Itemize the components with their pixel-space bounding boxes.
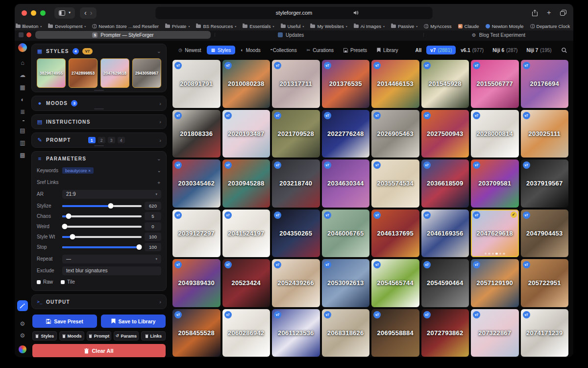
style-card-2034630344[interactable]: v72034630344 [322, 159, 370, 208]
style-card-2027500943[interactable]: v72027500943 [421, 110, 469, 158]
clear-moods-button[interactable]: Moods [59, 331, 84, 341]
moods-section-header[interactable]: ● MOODS 3 › [37, 100, 161, 106]
aspect-ratio-select[interactable]: 21:9 ▾ [62, 190, 161, 199]
style-wt-slider[interactable] [62, 234, 142, 240]
bookmark-newton-store-sed-reseller[interactable]: Newton Store …sed Reseller [92, 24, 159, 29]
model-filter-niji-7[interactable]: Niji 7(195) [522, 46, 555, 54]
settings-gear-icon[interactable]: ⚙ [20, 320, 25, 327]
bookmark-claude[interactable]: ✳Claude [458, 24, 479, 29]
close-window-button[interactable] [22, 10, 27, 16]
style-card-2014466153[interactable]: v72014466153 [371, 60, 419, 108]
minimize-window-button[interactable] [31, 10, 36, 16]
selected-check-icon[interactable]: ✓ [511, 211, 517, 218]
chevron-right-icon[interactable]: › [159, 119, 161, 125]
style-card-20176694[interactable]: v720176694 [521, 60, 569, 108]
clear-styles-button[interactable]: Styles [32, 331, 57, 341]
style-card-200891791[interactable]: v7200891791 [172, 60, 220, 108]
clear-links-button[interactable]: Links [141, 331, 166, 341]
bookmark-private[interactable]: Private▾ [165, 24, 190, 29]
back-button[interactable]: ‹ [84, 9, 87, 16]
app-logo[interactable] [18, 43, 27, 52]
chevron-down-icon[interactable]: ⌄ [157, 156, 161, 162]
resize-grip[interactable] [94, 145, 104, 146]
chevron-right-icon[interactable]: › [159, 101, 161, 106]
style-card-2074171239[interactable]: v72074171239 [521, 309, 569, 357]
preferences-gear-icon[interactable]: ⚙ [20, 332, 25, 339]
style-card-203709581[interactable]: v7203709581 [471, 159, 519, 208]
stylize-slider[interactable] [62, 203, 142, 209]
save-icon[interactable]: ▤ [20, 128, 25, 133]
filter-curations[interactable]: ✂Curations [302, 46, 338, 54]
resize-grip[interactable] [94, 90, 104, 91]
selected-style-thumb[interactable]: 2047629618 [100, 58, 129, 88]
chevron-right-icon[interactable]: › [159, 137, 161, 143]
resize-grip[interactable] [94, 108, 104, 109]
slider-value[interactable]: 100 [145, 233, 161, 241]
prompt-section-header[interactable]: ✎ PROMPT 1234 › [37, 137, 161, 143]
style-card-2022776248[interactable]: v72022776248 [322, 110, 370, 158]
bookmark-bs-resources[interactable]: BS Resources▾ [196, 24, 236, 29]
cloud-upload-icon[interactable]: ☁ [20, 72, 25, 78]
carousel-dots[interactable] [471, 253, 519, 255]
bookmark-passive[interactable]: Passive▾ [391, 24, 417, 29]
slider-thumb[interactable] [137, 244, 142, 250]
style-card-2068318626[interactable]: v72068318626 [322, 309, 370, 357]
prompt-page-2[interactable]: 2 [98, 137, 105, 143]
add-sref-button[interactable]: ＋ [156, 179, 161, 186]
style-card-2052439266[interactable]: v72052439266 [272, 259, 320, 307]
selected-style-thumb[interactable]: 2742899853 [69, 58, 98, 88]
style-card-2030945288[interactable]: v72030945288 [222, 159, 270, 208]
filter-collections[interactable]: Collections [266, 46, 301, 54]
style-card-2035574534[interactable]: v72035574534 [371, 159, 419, 208]
image-icon[interactable]: ▩ [20, 152, 25, 158]
bookmark-newton-mosyle[interactable]: Newton Mosyle [486, 24, 524, 29]
style-card-2060286942[interactable]: v72060286942 [222, 309, 270, 357]
style-card-2058455528[interactable]: v72058455528 [172, 309, 220, 357]
style-card-201808336[interactable]: v7201808336 [172, 110, 220, 158]
style-card-2053092613[interactable]: v72053092613 [322, 259, 370, 307]
instructions-section-header[interactable]: ▤ INSTRUCTIONS › [37, 119, 161, 125]
filter-library[interactable]: Library [372, 46, 403, 54]
slider-value[interactable]: 0 [145, 222, 161, 231]
slider-value[interactable]: 100 [145, 243, 161, 251]
palette-icon[interactable]: ◐ [21, 97, 24, 103]
bookmark-newton[interactable]: Newton▾ [16, 24, 42, 29]
prompt-page-4[interactable]: 4 [118, 137, 125, 143]
model-filter-all[interactable]: All [412, 46, 426, 54]
filter-moods[interactable]: ◐Moods [236, 46, 265, 54]
filter-styles[interactable]: ▦Styles [207, 46, 236, 54]
layers-icon[interactable]: ≣ [20, 109, 25, 115]
style-card-204350265[interactable]: v7204350265 [272, 210, 320, 258]
style-card-203025111[interactable]: v7203025111 [521, 110, 569, 158]
bookmark-ai-images[interactable]: Ai Images▾ [354, 24, 385, 29]
style-card-201376535[interactable]: v7201376535 [322, 60, 370, 108]
style-card-2026905463[interactable]: v72026905463 [371, 110, 419, 158]
chevron-down-icon[interactable]: ⌄ [157, 168, 161, 173]
extension-badge-icon[interactable] [19, 32, 24, 37]
slider-thumb[interactable] [70, 234, 75, 239]
style-card-2036618509[interactable]: v72036618509 [421, 159, 469, 208]
style-card-2039127297[interactable]: v72039127297 [172, 210, 220, 258]
style-card-2072793862[interactable]: v72072793862 [421, 309, 469, 357]
model-filter-niji-6[interactable]: Niji 6(287) [489, 46, 521, 54]
filter-presets[interactable]: Presets [339, 46, 371, 54]
prompt-page-1[interactable]: 1 [88, 137, 96, 143]
style-card-2046006765[interactable]: v72046006765 [322, 210, 370, 258]
weird-slider[interactable] [62, 224, 142, 230]
bookmark-essentials[interactable]: Essentials▾ [243, 24, 274, 29]
style-card-2020193487[interactable]: v72020193487 [222, 110, 270, 158]
bookmark-useful[interactable]: Useful▾ [281, 24, 304, 29]
tab-overview-icon[interactable] [560, 10, 566, 16]
zoom-window-button[interactable] [40, 10, 46, 16]
style-card-2046169356[interactable]: v72046169356 [421, 210, 469, 258]
style-card-2015506777[interactable]: v72015506777 [471, 60, 519, 108]
grid-icon[interactable]: ▦ [20, 84, 25, 90]
repeat-select[interactable]: — ▾ [62, 255, 161, 263]
audio-icon[interactable] [354, 10, 359, 15]
raw-checkbox[interactable]: Raw [37, 279, 53, 285]
slider-thumb[interactable] [62, 224, 67, 229]
bookmark-departure-clock[interactable]: Departure Clock [530, 24, 570, 29]
prompt-page-3[interactable]: 3 [108, 137, 115, 143]
clear-prompt-button[interactable]: Prompt [87, 331, 111, 341]
style-card-2054565744[interactable]: v72054565744 [371, 259, 419, 307]
